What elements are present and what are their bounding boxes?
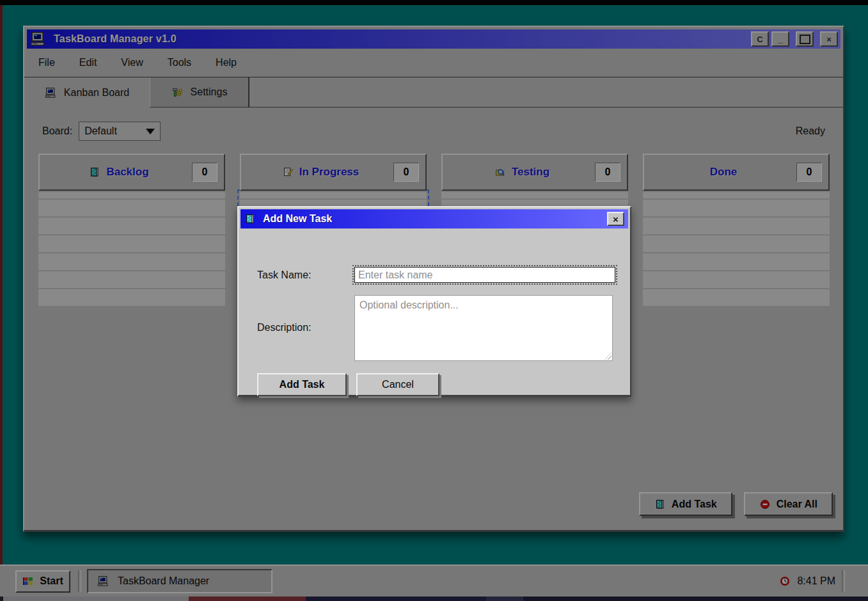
description-field [354, 295, 613, 361]
dialog-cancel-button[interactable]: Cancel [356, 373, 439, 396]
notebook-icon [244, 214, 256, 224]
dialog-body: Task Name: Description: Add Task Cancel [239, 228, 630, 394]
dialog-add-task-label: Add Task [280, 379, 325, 390]
dialog-titlebar[interactable]: Add New Task × [241, 209, 628, 228]
dialog-title: Add New Task [263, 213, 332, 225]
task-name-label: Task Name: [257, 269, 311, 281]
dialog-close-button[interactable]: × [607, 212, 624, 226]
close-icon: × [613, 214, 619, 224]
add-task-dialog: Add New Task × Task Name: Description: A… [237, 206, 631, 397]
dialog-cancel-label: Cancel [382, 379, 414, 390]
dialog-add-task-button[interactable]: Add Task [257, 373, 347, 396]
description-label: Description: [257, 322, 311, 333]
desktop: TaskBoard Manager v1.0 C _ × File Edit V… [0, 0, 868, 601]
task-name-input[interactable] [354, 267, 615, 283]
description-textarea[interactable] [354, 295, 613, 361]
